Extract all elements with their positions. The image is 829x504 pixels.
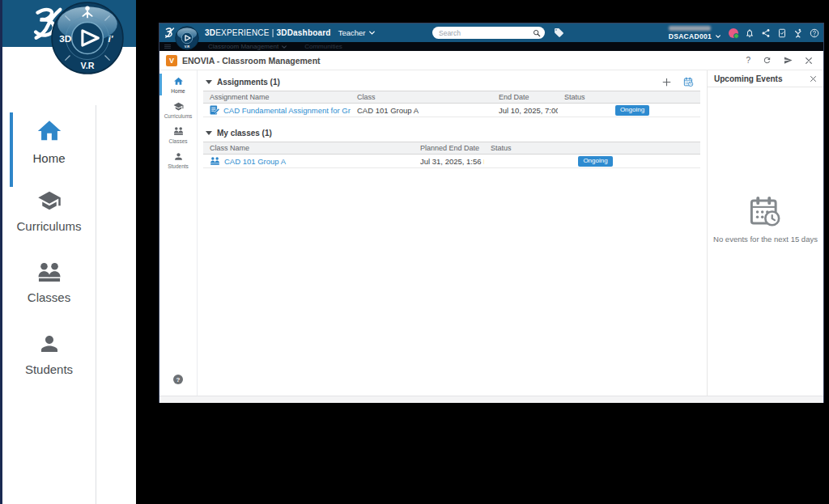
class-name-link[interactable]: CAD 101 Group A <box>224 157 286 166</box>
sidebar-item-students[interactable]: Students <box>2 332 96 376</box>
col-end-date[interactable]: End Date <box>492 91 558 104</box>
collapse-caret-icon[interactable] <box>206 131 212 135</box>
tab-classroom-management[interactable]: Classroom Management <box>208 43 287 50</box>
brand-experience: EXPERIENCE <box>215 28 269 37</box>
widget-content: Home Curriculums Classes Students ? Assi… <box>159 70 823 396</box>
3ds-logo-small <box>164 28 176 38</box>
close-panel-icon[interactable] <box>810 75 817 83</box>
mini-nav-students[interactable]: Students <box>159 147 197 172</box>
brand-app-name: 3DDashboard <box>276 28 330 37</box>
sidebar-item-curriculums[interactable]: Curriculums <box>2 188 96 233</box>
main-area: Assignments (1) Assignment Name Class En… <box>198 70 707 396</box>
my-classes-table: Class Name Planned End Date Status CAD 1… <box>203 142 700 168</box>
compass-icon-small[interactable]: V.R <box>175 26 199 50</box>
widget-title-bar: V ENOVIA - Classroom Management ? <box>159 51 823 70</box>
assignments-section-header: Assignments (1) <box>203 74 700 89</box>
help-icon[interactable] <box>810 28 819 38</box>
no-events-message: No events for the next 15 days <box>713 235 818 244</box>
classes-icon <box>36 262 62 284</box>
calendar-clock-icon <box>748 195 782 229</box>
brand-separator: | <box>272 28 274 37</box>
dashboard-tab-row: Classroom Management Communities <box>159 42 823 51</box>
avatar[interactable] <box>729 28 738 38</box>
assignment-end-date-cell: Jul 10, 2025, 7:00 PM <box>492 104 558 117</box>
mini-nav-label: Home <box>171 88 185 94</box>
mini-sidebar: Home Curriculums Classes Students ? <box>159 70 198 396</box>
sidebar-item-label: Curriculums <box>2 219 96 233</box>
mini-nav-label: Classes <box>168 138 187 144</box>
sidebar-item-home[interactable]: Home <box>2 117 96 165</box>
main-window: V.R 3DEXPERIENCE|3DDashboard Teacher DSA… <box>159 23 824 403</box>
search-icon[interactable] <box>533 29 541 37</box>
user-id-label: DSACAD001 <box>669 32 712 40</box>
3dexperience-compass-icon[interactable]: 3D i' V.R <box>51 2 124 74</box>
status-badge: Ongoing <box>578 156 612 167</box>
sidebar-item-label: Students <box>2 362 96 376</box>
assignments-header-row: Assignment Name Class End Date Status <box>203 91 700 104</box>
chevron-down-icon <box>282 45 287 49</box>
home-icon <box>36 117 63 145</box>
device-check-icon[interactable] <box>777 28 787 38</box>
curriculums-icon <box>37 188 62 213</box>
user-menu[interactable]: DSACAD001 <box>669 26 721 40</box>
topbar-right-cluster: DSACAD001 <box>669 23 819 42</box>
launcher-panel: 3D i' V.R Home Curriculums Classes Stude… <box>0 0 136 504</box>
mini-nav-home[interactable]: Home <box>159 72 197 97</box>
share-widget-icon[interactable] <box>784 56 793 65</box>
search-input[interactable] <box>439 29 533 37</box>
enovia-glyph: V <box>169 57 174 65</box>
sidebar-item-classes[interactable]: Classes <box>2 262 96 304</box>
upcoming-events-header: Upcoming Events <box>708 70 823 87</box>
col-status[interactable]: Status <box>484 142 700 155</box>
mini-nav-label: Students <box>168 163 189 169</box>
upcoming-events-title: Upcoming Events <box>714 74 782 83</box>
3dswym-icon[interactable] <box>793 28 803 38</box>
role-dropdown[interactable]: Teacher <box>338 28 375 37</box>
compass-vr-label: V.R <box>81 61 95 70</box>
my-classes-section-title: My classes (1) <box>217 129 272 138</box>
planned-end-date-cell: Jul 31, 2025, 1:56 PM <box>414 155 484 168</box>
col-status[interactable]: Status <box>558 91 700 104</box>
assignment-class-cell: CAD 101 Group A <box>351 104 492 117</box>
mini-nav-label: Curriculums <box>164 113 193 119</box>
table-row[interactable]: CAD 101 Group A Jul 31, 2025, 1:56 PM On… <box>203 155 700 168</box>
user-name-redacted <box>669 26 711 31</box>
widget-title: ENOVIA - Classroom Management <box>182 56 321 66</box>
col-planned-end-date[interactable]: Planned End Date <box>414 142 484 155</box>
tab-communities[interactable]: Communities <box>304 43 342 50</box>
assignment-name-link[interactable]: CAD Fundamental Assignment for Group A <box>223 106 351 115</box>
col-assignment-name[interactable]: Assignment Name <box>203 91 351 104</box>
col-class-name[interactable]: Class Name <box>203 142 414 155</box>
widget-help-icon[interactable]: ? <box>746 57 750 65</box>
close-widget-icon[interactable] <box>805 57 813 65</box>
chevron-down-icon <box>716 35 721 38</box>
top-bar: V.R 3DEXPERIENCE|3DDashboard Teacher DSA… <box>159 23 823 42</box>
mini-nav-curriculums[interactable]: Curriculums <box>159 97 197 122</box>
upcoming-events-body: No events for the next 15 days <box>708 87 823 396</box>
brand-3d: 3D <box>205 28 215 37</box>
col-class[interactable]: Class <box>351 91 492 104</box>
tag-icon[interactable] <box>554 28 564 38</box>
my-classes-header-row: Class Name Planned End Date Status <box>203 142 700 155</box>
calendar-icon[interactable] <box>683 77 694 87</box>
class-icon <box>210 157 220 166</box>
home-icon <box>173 76 184 87</box>
mini-nav-classes[interactable]: Classes <box>159 122 197 147</box>
hamburger-menu-icon[interactable] <box>164 44 171 49</box>
assignment-icon <box>210 105 219 115</box>
chevron-down-icon <box>369 31 375 35</box>
window-footer-strip <box>159 396 823 403</box>
refresh-icon[interactable] <box>763 56 772 65</box>
assignments-section-title: Assignments (1) <box>217 78 280 87</box>
sidebar-item-label: Classes <box>2 290 96 304</box>
notifications-bell-icon[interactable] <box>745 28 755 38</box>
share-icon[interactable] <box>761 28 771 38</box>
table-row[interactable]: CAD Fundamental Assignment for Group A C… <box>203 104 700 117</box>
widget-actions: ? <box>746 56 813 65</box>
tab-label: Classroom Management <box>208 43 278 50</box>
my-classes-section-header: My classes (1) <box>203 125 700 140</box>
add-assignment-icon[interactable] <box>661 77 672 87</box>
mini-help-icon[interactable]: ? <box>173 375 183 384</box>
collapse-caret-icon[interactable] <box>206 80 212 84</box>
students-icon <box>173 151 184 162</box>
